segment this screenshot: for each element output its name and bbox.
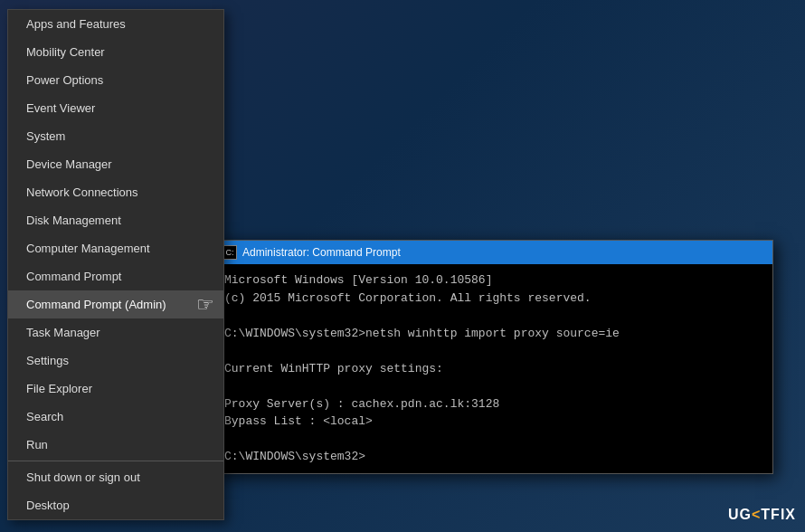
menu-item-computer-management[interactable]: Computer Management xyxy=(8,234,223,262)
hand-cursor-icon: ☞ xyxy=(196,293,214,317)
cmd-title-icon: C: xyxy=(223,245,237,260)
menu-item-task-manager[interactable]: Task Manager xyxy=(8,318,223,347)
cmd-line-2: (c) 2015 Microsoft Corporation. All righ… xyxy=(224,290,762,308)
cmd-line-4: C:\WINDOWS\system32>netsh winhttp import… xyxy=(224,325,762,343)
watermark-arrow: < xyxy=(752,507,761,522)
cmd-line-5 xyxy=(224,342,762,360)
menu-item-mobility-center[interactable]: Mobility Center xyxy=(8,38,223,66)
menu-item-event-viewer[interactable]: Event Viewer xyxy=(8,94,223,122)
cmd-line-1: Microsoft Windows [Version 10.0.10586] xyxy=(224,271,762,290)
cmd-line-8: Proxy Server(s) : cachex.pdn.ac.lk:3128 xyxy=(224,395,762,413)
command-prompt-window: C: Administrator: Command Prompt Microso… xyxy=(213,240,773,474)
menu-divider xyxy=(8,461,223,461)
menu-item-run[interactable]: Run xyxy=(8,431,223,459)
cmd-prompt-final: C:\WINDOWS\system32> xyxy=(224,448,762,466)
menu-item-disk-management[interactable]: Disk Management xyxy=(8,206,223,234)
menu-item-command-prompt[interactable]: Command Prompt xyxy=(8,262,223,290)
menu-item-search[interactable]: Search xyxy=(8,403,223,431)
cmd-line-10 xyxy=(224,431,762,449)
watermark-ug: UG xyxy=(728,507,752,522)
cmd-titlebar[interactable]: C: Administrator: Command Prompt xyxy=(213,241,772,264)
cmd-body[interactable]: Microsoft Windows [Version 10.0.10586] (… xyxy=(213,264,772,473)
menu-item-desktop[interactable]: Desktop xyxy=(8,491,223,519)
menu-item-settings[interactable]: Settings xyxy=(8,347,223,375)
context-menu: Apps and Features Mobility Center Power … xyxy=(7,9,224,520)
watermark-fix: TFIX xyxy=(761,507,796,522)
menu-item-admin-label: Command Prompt (Admin) xyxy=(26,298,166,311)
menu-item-shutdown[interactable]: Shut down or sign out xyxy=(8,463,223,491)
menu-item-system[interactable]: System xyxy=(8,122,223,150)
menu-item-command-prompt-admin[interactable]: Command Prompt (Admin) ☞ xyxy=(8,290,223,318)
menu-item-power-options[interactable]: Power Options xyxy=(8,66,223,94)
menu-item-file-explorer[interactable]: File Explorer xyxy=(8,375,223,403)
cmd-line-3 xyxy=(224,307,762,325)
watermark: UG<TFIX xyxy=(728,507,796,523)
menu-item-network-connections[interactable]: Network Connections xyxy=(8,178,223,206)
cmd-line-6: Current WinHTTP proxy settings: xyxy=(224,360,762,378)
menu-item-apps-features[interactable]: Apps and Features xyxy=(8,10,223,38)
cmd-title-text: Administrator: Command Prompt xyxy=(242,246,401,259)
menu-item-device-manager[interactable]: Device Manager xyxy=(8,150,223,178)
cmd-line-9: Bypass List : <local> xyxy=(224,413,762,431)
cmd-line-7 xyxy=(224,377,762,395)
